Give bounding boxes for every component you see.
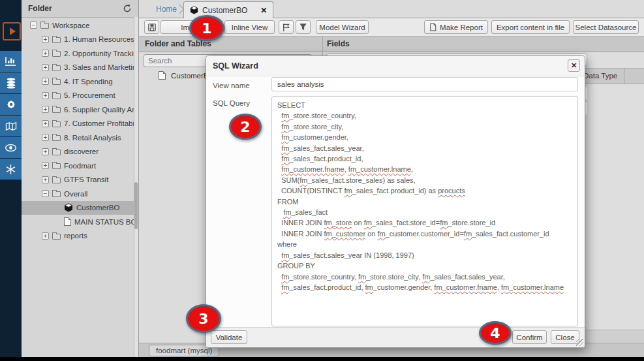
resize-grip[interactable]: [576, 339, 583, 346]
make-report-button[interactable]: Make Report: [424, 20, 488, 34]
close-button[interactable]: Close: [551, 330, 579, 344]
tree-item-retail-analysis[interactable]: 8. Retail Analysis: [22, 131, 134, 145]
sidebar-item-settings[interactable]: [0, 94, 22, 116]
folder-icon: [52, 135, 61, 141]
tab-close-icon[interactable]: ✕: [260, 6, 267, 15]
document-icon: [429, 23, 437, 31]
collapse-icon[interactable]: [30, 22, 37, 29]
sidebar-item-datasources[interactable]: [0, 72, 22, 94]
cube-icon: [190, 6, 198, 14]
sidebar-item-charts[interactable]: [0, 51, 22, 72]
sidebar-item-preview[interactable]: [0, 137, 22, 159]
sql-editor[interactable]: SELECT fm_store.store_country, fm_store.…: [271, 96, 578, 326]
filter-button[interactable]: [296, 20, 311, 34]
collapse-icon[interactable]: [42, 190, 49, 197]
play-icon: [10, 27, 16, 35]
tree-item-supplier-quality[interactable]: 6. Supplier Quality Analy: [22, 102, 134, 117]
dialog-close-button[interactable]: ✕: [568, 59, 580, 72]
annotation-badge-3: 3: [186, 304, 221, 333]
expand-icon[interactable]: [42, 36, 49, 43]
annotation-badge-2: 2: [229, 114, 262, 140]
view-name-input[interactable]: [271, 77, 578, 91]
tree-item-label: Overall: [64, 190, 87, 198]
tree-item-procurement[interactable]: 5. Procurement: [22, 89, 134, 103]
flag-icon: [282, 23, 290, 32]
tree-item-overall[interactable]: Overall: [22, 187, 134, 201]
file-icon: [64, 217, 71, 226]
tree-scrollbar[interactable]: [134, 17, 138, 357]
expand-icon[interactable]: [42, 78, 49, 85]
save-icon: [147, 23, 157, 32]
tree-item-hr[interactable]: 1. Human Resources Rep: [22, 33, 134, 47]
tree-item-label: Workspace: [52, 22, 89, 29]
tree-item-opportunity[interactable]: 2. Opportunity Tracking: [22, 46, 134, 61]
tree-item-label: 8. Retail Analysis: [64, 134, 121, 142]
expand-icon[interactable]: [42, 134, 49, 141]
tree-item-label: 1. Human Resources Rep: [64, 35, 134, 43]
breadcrumb-home-link[interactable]: Home: [156, 0, 177, 18]
sidebar-item-admin[interactable]: [0, 159, 22, 180]
model-wizard-button[interactable]: Model Wizard: [316, 20, 369, 34]
tree-item-label: 3. Sales and Marketing: [64, 63, 134, 71]
app-logo-play-icon[interactable]: [3, 22, 21, 40]
tree-item-it-spending[interactable]: 4. IT Spending: [22, 74, 134, 89]
tree-item-reports[interactable]: reports: [22, 229, 134, 243]
expand-icon[interactable]: [42, 176, 49, 183]
dialog-title: SQL Wizard: [213, 56, 258, 76]
expand-icon[interactable]: [42, 120, 49, 127]
folder-icon: [52, 234, 61, 240]
export-content-button[interactable]: Export content in file: [491, 20, 570, 34]
tree-item-label: 4. IT Spending: [64, 78, 113, 86]
expand-icon[interactable]: [42, 148, 49, 155]
refresh-icon: [123, 4, 132, 13]
select-datasource-button[interactable]: Select Datasource: [573, 20, 639, 34]
annotation-badge-4: 4: [479, 321, 512, 345]
expand-icon[interactable]: [42, 162, 49, 169]
expand-icon[interactable]: [42, 106, 49, 113]
flag-button[interactable]: [279, 20, 294, 34]
refresh-button[interactable]: [121, 3, 133, 14]
folder-icon: [52, 93, 61, 99]
expand-icon[interactable]: [42, 232, 49, 240]
confirm-button[interactable]: Confirm: [512, 330, 547, 344]
dialog-header[interactable]: SQL Wizard ✕: [206, 56, 585, 76]
app-window: Folder Workspace 1. Human Resources Rep …: [0, 0, 644, 361]
tree-scrollbar-thumb[interactable]: [134, 182, 138, 229]
tree-item-label: CustomerBO: [76, 204, 119, 212]
tree-item-foodmart[interactable]: Foodmart: [22, 159, 134, 173]
tab-customerbo[interactable]: CustomerBO ✕: [183, 1, 273, 18]
expand-icon[interactable]: [42, 92, 49, 99]
annotation-badge-1: 1: [189, 15, 224, 41]
tree-item-label: 2. Opportunity Tracking: [64, 50, 134, 57]
file-icon: [159, 71, 166, 80]
folder-icon: [52, 51, 61, 57]
sql-wizard-dialog: SQL Wizard ✕ View name SQL Query SELECT …: [206, 55, 585, 348]
fields-column-extra: [624, 69, 644, 84]
tree-item-sales-marketing[interactable]: 3. Sales and Marketing: [22, 61, 134, 75]
folder-tree-title: Folder: [22, 4, 121, 13]
dialog-footer: Validate Confirm Close: [206, 327, 585, 347]
tree-item-gtfs-transit[interactable]: GTFS Transit: [22, 173, 134, 187]
tree-item-main-status-board[interactable]: MAIN STATUS BOAR: [22, 215, 134, 229]
validate-button[interactable]: Validate: [211, 330, 247, 344]
folder-icon: [52, 65, 61, 71]
expand-icon[interactable]: [42, 50, 49, 57]
tree-item-workspace[interactable]: Workspace: [22, 18, 134, 33]
sql-query-label: SQL Query: [213, 99, 250, 107]
folder-icon: [52, 178, 61, 183]
tab-bar: Home CustomerBO ✕: [139, 0, 644, 18]
folder-tree: Workspace 1. Human Resources Rep 2. Oppo…: [22, 18, 134, 243]
expand-icon[interactable]: [42, 64, 49, 71]
filter-icon: [299, 23, 307, 31]
tree-item-label: GTFS Transit: [64, 176, 108, 183]
snowflake-icon: [5, 164, 16, 175]
tree-item-customer-profitability[interactable]: 7. Customer Profitability: [22, 117, 134, 131]
tree-item-discoverer[interactable]: discoverer: [22, 145, 134, 159]
inline-view-button[interactable]: Inline View: [224, 20, 275, 34]
folder-icon: [52, 121, 61, 127]
sidebar-item-maps[interactable]: [0, 116, 22, 137]
cube-icon: [64, 203, 73, 212]
folder-tree-panel: Folder Workspace 1. Human Resources Rep …: [22, 0, 139, 357]
save-button[interactable]: [144, 20, 159, 34]
tree-item-customerbo-selected[interactable]: CustomerBO: [22, 201, 134, 215]
